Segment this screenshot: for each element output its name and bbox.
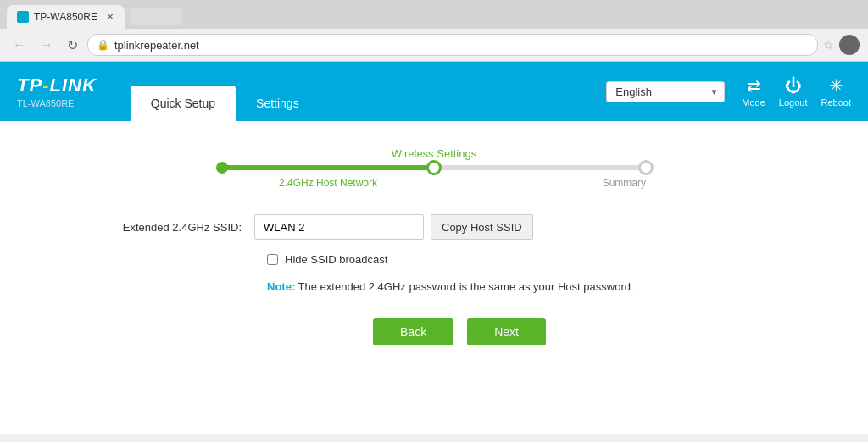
tab-favicon [17,11,29,23]
step-dot-3 [638,160,654,175]
browser-chrome: TP-WA850RE ✕ ← → ↻ 🔒 tplinkrepeater.net … [0,0,868,62]
step-1-label: 2.4GHz Host Network [222,177,434,189]
language-selector[interactable]: English Deutsch Français Español Italian… [606,81,725,102]
progress-track-wrapper [222,165,646,170]
ssid-input[interactable] [254,214,424,240]
tab-bar: TP-WA850RE ✕ [0,0,868,29]
url-text: tplinkrepeater.net [114,39,809,52]
logout-button[interactable]: ⏻ Logout [779,76,808,108]
lock-icon: 🔒 [97,39,109,51]
step-dot-1 [216,162,228,174]
note-text: Note: The extended 2.4GHz password is th… [267,280,634,293]
browser-tab[interactable]: TP-WA850RE ✕ [7,5,125,29]
progress-section: Wireless Settings 2.4GHz Host Network Su… [34,146,834,189]
step-dot-2 [426,160,442,175]
nav-bar: ← → ↻ 🔒 tplinkrepeater.net ☆ [0,29,868,61]
ssid-label: Extended 2.4GHz SSID: [85,221,254,234]
model-text: TL-WA850RE [17,98,97,108]
logo: TP-LINK [17,75,97,97]
hide-ssid-label: Hide SSID broadcast [285,253,387,266]
refresh-nav-button[interactable]: ↻ [63,36,82,55]
reboot-icon: ✳ [829,75,843,96]
logo-area: TP-LINK TL-WA850RE [17,75,97,108]
button-row: Back Next [85,318,834,345]
tab-close-button[interactable]: ✕ [106,11,114,23]
reboot-button[interactable]: ✳ Reboot [821,75,851,108]
new-tab-area [131,8,182,25]
copy-host-ssid-button[interactable]: Copy Host SSID [431,214,533,240]
step-labels-row: 2.4GHz Host Network Summary [222,177,646,189]
back-button[interactable]: Back [373,318,453,345]
step-3-label: Summary [434,177,646,189]
progress-track [222,165,646,170]
hide-ssid-checkbox[interactable] [267,254,278,265]
tab-settings[interactable]: Settings [236,86,320,121]
mode-icon: ⇄ [747,75,761,96]
language-dropdown[interactable]: English Deutsch Français Español Italian… [606,81,725,102]
profile-button[interactable] [839,35,860,55]
note-prefix: Note: [267,280,295,293]
logo-tp: TP [17,75,42,96]
mode-button[interactable]: ⇄ Mode [742,75,765,108]
wireless-settings-label: Wireless Settings [392,147,476,160]
nav-tabs: Quick Setup Settings [131,62,607,121]
back-nav-button[interactable]: ← [8,36,31,54]
logout-icon: ⏻ [785,76,802,96]
header: TP-LINK TL-WA850RE Quick Setup Settings … [0,62,868,121]
tab-title: TP-WA850RE [34,11,97,23]
next-button[interactable]: Next [467,318,546,345]
address-bar[interactable]: 🔒 tplinkrepeater.net [87,34,818,56]
page-wrapper: TP-LINK TL-WA850RE Quick Setup Settings … [0,62,868,434]
form-section: Extended 2.4GHz SSID: Copy Host SSID Hid… [34,214,834,345]
note-body: The extended 2.4GHz password is the same… [298,280,634,293]
lang-select-container: English Deutsch Français Español Italian… [606,81,725,102]
ssid-row: Extended 2.4GHz SSID: Copy Host SSID [85,214,834,240]
forward-nav-button[interactable]: → [36,36,58,54]
hide-ssid-row: Hide SSID broadcast [85,253,834,266]
tab-quick-setup[interactable]: Quick Setup [131,86,236,121]
header-actions: ⇄ Mode ⏻ Logout ✳ Reboot [742,75,851,108]
note-row: Note: The extended 2.4GHz password is th… [85,279,834,293]
bookmark-icon[interactable]: ☆ [823,38,834,52]
main-content: Wireless Settings 2.4GHz Host Network Su… [0,121,868,371]
logo-link: LINK [49,75,96,96]
progress-fill [222,165,434,170]
